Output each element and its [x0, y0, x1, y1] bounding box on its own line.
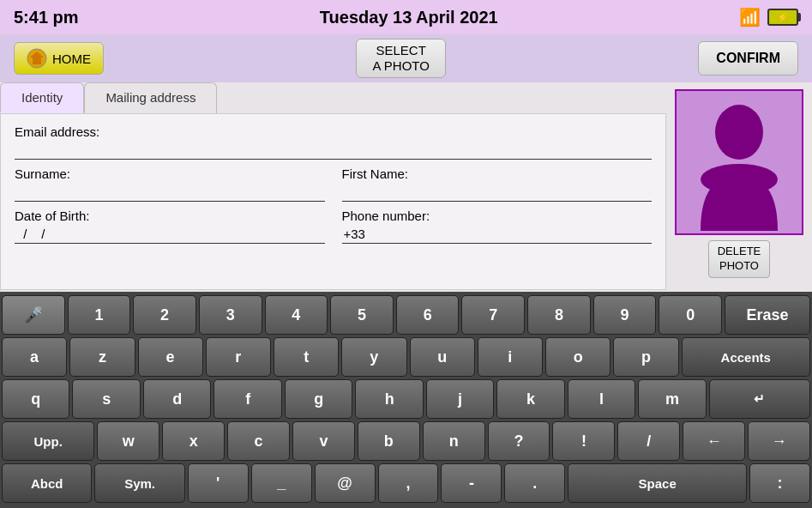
key-1[interactable]: 1 [68, 295, 131, 335]
key-i[interactable]: i [478, 337, 543, 377]
wifi-icon: 📶 [739, 7, 761, 27]
key-7[interactable]: 7 [461, 295, 525, 335]
battery-icon: ⚡ [767, 9, 798, 26]
keyboard-row-1: 🎤 1 2 3 4 5 6 7 8 9 0 Erase [2, 295, 810, 335]
key-r[interactable]: r [206, 337, 271, 377]
status-bar: 5:41 pm Tuesday 13 April 2021 📶 ⚡ [0, 0, 812, 34]
key-sym[interactable]: Sym. [94, 463, 184, 503]
key-0[interactable]: 0 [659, 295, 722, 335]
select-photo-label: SELECTA PHOTO [372, 43, 429, 73]
status-date: Tuesday 13 April 2021 [320, 8, 498, 27]
firstname-field-container: First Name: [342, 166, 653, 202]
key-v[interactable]: v [292, 421, 355, 461]
dob-input[interactable] [15, 225, 325, 244]
key-space[interactable]: Space [568, 463, 747, 503]
firstname-input[interactable] [342, 183, 653, 202]
keyboard-row-2: a z e r t y u i o p Accents [2, 337, 810, 377]
delete-photo-button[interactable]: DELETEPHOTO [708, 240, 771, 278]
keyboard: 🎤 1 2 3 4 5 6 7 8 9 0 Erase a z e r t y … [0, 292, 812, 508]
key-exclamation[interactable]: ! [552, 421, 615, 461]
key-g[interactable]: g [285, 379, 352, 419]
tab-identity[interactable]: Identity [0, 82, 84, 113]
key-backspace[interactable]: ← [683, 421, 745, 461]
key-d[interactable]: d [143, 379, 211, 419]
key-accents[interactable]: Accents [682, 337, 811, 377]
dob-field-container: Date of Birth: [15, 209, 325, 244]
key-uppercase[interactable]: Upp. [2, 421, 94, 461]
key-mic[interactable]: 🎤 [2, 295, 65, 335]
keyboard-row-4: Upp. w x c v b n ? ! / ← → [2, 421, 810, 461]
key-x[interactable]: x [162, 421, 225, 461]
key-z[interactable]: z [69, 337, 135, 377]
dob-label: Date of Birth: [15, 209, 325, 223]
email-field-container: Email address: [15, 124, 652, 160]
email-input[interactable] [15, 141, 652, 160]
status-icons: 📶 ⚡ [739, 7, 798, 27]
key-underscore[interactable]: _ [251, 463, 312, 503]
key-slash[interactable]: / [617, 421, 680, 461]
firstname-label: First Name: [342, 166, 653, 181]
person-silhouette [683, 94, 795, 231]
select-photo-button[interactable]: SELECTA PHOTO [356, 39, 445, 78]
photo-frame [675, 89, 803, 235]
key-p[interactable]: p [613, 337, 678, 377]
key-period[interactable]: . [504, 463, 565, 503]
key-enter[interactable]: ↵ [709, 379, 810, 419]
key-o[interactable]: o [545, 337, 611, 377]
key-9[interactable]: 9 [593, 295, 657, 335]
photo-section: DELETEPHOTO [666, 82, 812, 292]
tabs: Identity Mailing address [0, 82, 666, 113]
key-c[interactable]: c [227, 421, 290, 461]
confirm-button[interactable]: CONFIRM [698, 41, 798, 76]
key-l[interactable]: l [568, 379, 635, 419]
toolbar: HOME SELECTA PHOTO CONFIRM [0, 34, 812, 82]
key-t[interactable]: t [274, 337, 339, 377]
key-b[interactable]: b [358, 421, 420, 461]
surname-field-container: Surname: [15, 166, 325, 202]
status-time: 5:41 pm [14, 8, 79, 27]
key-n[interactable]: n [423, 421, 485, 461]
key-forward[interactable]: → [748, 421, 810, 461]
key-a[interactable]: a [2, 337, 67, 377]
key-dash[interactable]: - [441, 463, 502, 503]
key-5[interactable]: 5 [330, 295, 394, 335]
key-question[interactable]: ? [488, 421, 550, 461]
key-w[interactable]: w [97, 421, 159, 461]
key-k[interactable]: k [496, 379, 564, 419]
name-row: Surname: First Name: [15, 166, 652, 209]
form-body: Email address: Surname: First Name: Date… [0, 113, 666, 290]
home-button[interactable]: HOME [14, 42, 104, 75]
keyboard-row-3: q s d f g h j k l m ↵ [2, 379, 810, 419]
key-j[interactable]: j [426, 379, 494, 419]
key-comma[interactable]: , [378, 463, 439, 503]
key-6[interactable]: 6 [396, 295, 460, 335]
key-8[interactable]: 8 [527, 295, 591, 335]
key-s[interactable]: s [72, 379, 140, 419]
keyboard-row-5: Abcd Sym. ' _ @ , - . Space : [2, 463, 810, 503]
key-colon[interactable]: : [749, 463, 810, 503]
svg-point-3 [715, 105, 763, 160]
confirm-label: CONFIRM [716, 51, 780, 65]
surname-label: Surname: [15, 166, 325, 181]
key-u[interactable]: u [410, 337, 475, 377]
key-q[interactable]: q [2, 379, 69, 419]
key-h[interactable]: h [355, 379, 423, 419]
phone-input[interactable] [342, 225, 653, 244]
key-at[interactable]: @ [315, 463, 376, 503]
key-2[interactable]: 2 [133, 295, 196, 335]
email-label: Email address: [15, 124, 652, 139]
key-3[interactable]: 3 [199, 295, 262, 335]
delete-photo-label: DELETEPHOTO [718, 245, 761, 272]
key-4[interactable]: 4 [265, 295, 328, 335]
key-erase[interactable]: Erase [725, 295, 810, 335]
key-m[interactable]: m [638, 379, 706, 419]
key-f[interactable]: f [214, 379, 281, 419]
key-y[interactable]: y [341, 337, 406, 377]
home-icon [27, 48, 47, 69]
key-e[interactable]: e [138, 337, 203, 377]
key-abcd[interactable]: Abcd [2, 463, 92, 503]
phone-label: Phone number: [342, 209, 653, 223]
tab-mailing-address[interactable]: Mailing address [84, 82, 217, 113]
surname-input[interactable] [15, 183, 325, 202]
key-apostrophe[interactable]: ' [188, 463, 249, 503]
